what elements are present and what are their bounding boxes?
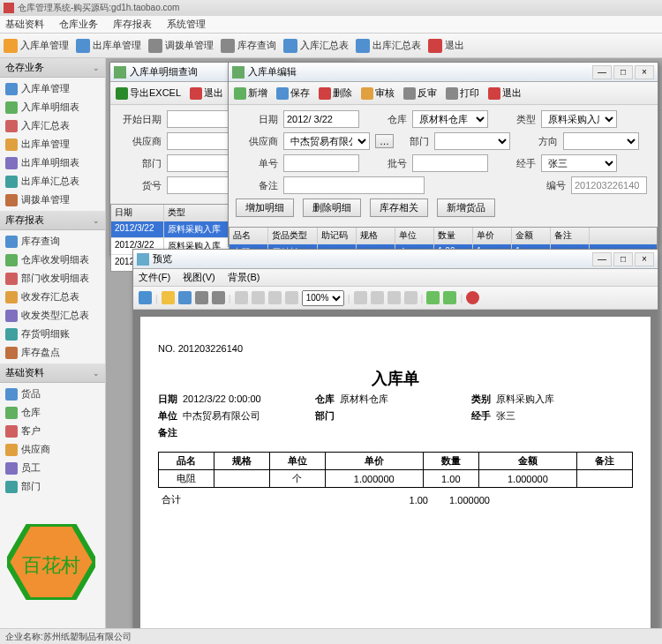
menu-item[interactable]: 系统管理 [167, 19, 206, 29]
maximize-button[interactable]: □ [613, 65, 633, 79]
add-detail-button[interactable]: 增加明细 [236, 198, 294, 217]
sidebar-item[interactable]: 入库汇总表 [0, 116, 105, 135]
toolbar-icon [148, 39, 162, 53]
menu-item[interactable]: 仓库业务 [59, 19, 98, 29]
sidebar-item[interactable]: 供应商 [0, 440, 105, 459]
export-icon[interactable] [426, 291, 440, 304]
toolbar-button[interactable]: 库存查询 [221, 39, 276, 53]
menu-file[interactable]: 文件(F) [139, 271, 170, 284]
sidebar-item[interactable]: 出库单明细表 [0, 154, 105, 172]
sidebar-item[interactable]: 出库单管理 [0, 135, 105, 154]
prev-page-icon[interactable] [371, 291, 384, 304]
window-titlebar[interactable]: 入库单编辑 —□× [229, 63, 658, 82]
print-icon[interactable] [195, 291, 208, 304]
toolbar-icon [76, 39, 90, 53]
menu-item[interactable]: 基础资料 [5, 19, 44, 29]
sidebar-item[interactable]: 库存查询 [0, 232, 105, 251]
sidebar-item[interactable]: 调拨单管理 [0, 191, 105, 209]
menu-view[interactable]: 视图(V) [183, 271, 215, 284]
sidebar-item[interactable]: 客户 [0, 422, 105, 440]
sidebar-item[interactable]: 收发类型汇总表 [0, 306, 105, 325]
toolbar-button[interactable]: 入库汇总表 [283, 39, 349, 53]
sidebar-item[interactable]: 入库单明细表 [0, 98, 105, 116]
sidebar-item[interactable]: 员工 [0, 459, 105, 477]
preview-viewport[interactable]: NO. 201203226140 入库单 日期2012/3/22 0:00:00… [133, 310, 658, 636]
next-page-icon[interactable] [387, 291, 401, 304]
sidebar-item[interactable]: 出库单汇总表 [0, 172, 105, 191]
find-icon[interactable] [235, 291, 248, 304]
export-excel-button[interactable]: 导出EXCEL [116, 86, 181, 100]
supplier-lookup-button[interactable]: … [375, 134, 394, 148]
sidebar-item[interactable]: 仓库收发明细表 [0, 251, 105, 269]
exit-button[interactable]: 退出 [190, 86, 223, 100]
sidebar-item[interactable]: 货品 [0, 385, 105, 403]
toolbar-button[interactable]: 出库单管理 [76, 39, 141, 53]
maximize-button[interactable]: □ [613, 252, 633, 266]
menu-background[interactable]: 背景(B) [228, 271, 260, 284]
print-setup-icon[interactable] [212, 291, 225, 304]
remove-detail-button[interactable]: 删除明细 [303, 198, 361, 217]
supplier-input[interactable] [167, 132, 237, 150]
toolbar-button[interactable]: 入库单管理 [4, 39, 69, 53]
dept-select[interactable] [434, 132, 510, 150]
toolbar-icon [4, 39, 18, 53]
nav-icon [5, 347, 18, 359]
batch-input[interactable] [412, 154, 488, 172]
sidebar-item[interactable]: 部门收发明细表 [0, 269, 105, 288]
tb-icon [361, 87, 373, 100]
sidebar-item[interactable]: 库存盘点 [0, 343, 105, 362]
last-page-icon[interactable] [404, 291, 418, 304]
zoom-select[interactable]: 100% [302, 290, 344, 306]
report-page: NO. 201203226140 入库单 日期2012/3/22 0:00:00… [140, 317, 651, 636]
close-icon[interactable] [466, 291, 479, 304]
sidebar-item[interactable]: 收发存汇总表 [0, 288, 105, 306]
panel-header[interactable]: 库存报表⌄ [0, 211, 105, 230]
toolbar-button[interactable]: 出库汇总表 [356, 39, 421, 53]
warehouse-select[interactable]: 原材料仓库 [412, 110, 488, 128]
sidebar-item[interactable]: 入库单管理 [0, 79, 105, 98]
remark-input[interactable] [283, 176, 425, 194]
toolbar-button[interactable]: 退出 [428, 39, 464, 53]
panel-header[interactable]: 基础资料⌄ [0, 363, 105, 383]
edit-tb-button[interactable]: 审核 [361, 86, 395, 100]
dept-input[interactable] [167, 154, 237, 172]
close-button[interactable]: × [635, 252, 654, 266]
email-icon[interactable] [443, 291, 456, 304]
edit-tb-button[interactable]: 保存 [276, 86, 310, 100]
handler-select[interactable]: 张三 [541, 154, 617, 172]
save-icon[interactable] [178, 291, 192, 304]
zoom-out-icon[interactable] [268, 291, 282, 304]
menu-item[interactable]: 库存报表 [113, 19, 152, 29]
direction-select[interactable] [563, 132, 639, 150]
nav-icon[interactable] [139, 291, 152, 304]
minimize-button[interactable]: — [592, 252, 612, 266]
stock-related-button[interactable]: 库存相关 [370, 198, 428, 217]
start-date-input[interactable] [167, 110, 237, 128]
panel-header[interactable]: 仓存业务⌄ [0, 58, 105, 78]
type-select[interactable]: 原料采购入库 [541, 110, 617, 128]
edit-tb-button[interactable]: 退出 [488, 86, 522, 100]
new-product-button[interactable]: 新增货品 [437, 198, 495, 217]
window-titlebar[interactable]: 预览 —□× [133, 250, 658, 269]
edit-tb-button[interactable]: 打印 [446, 86, 479, 100]
edit-tb-button[interactable]: 反审 [403, 86, 437, 100]
minimize-button[interactable]: — [592, 65, 612, 79]
toolbar-button[interactable]: 调拨单管理 [148, 39, 214, 53]
close-button[interactable]: × [635, 65, 654, 79]
chevron-icon: ⌄ [93, 216, 100, 225]
open-icon[interactable] [162, 291, 175, 304]
docno-input[interactable] [283, 154, 359, 172]
sku-input[interactable] [167, 176, 237, 194]
zoom-in-icon[interactable] [252, 291, 265, 304]
first-page-icon[interactable] [354, 291, 367, 304]
edit-window: 入库单编辑 —□× 新增保存删除审核反审打印退出 日期 仓库原材料仓库 类型原料… [228, 62, 658, 247]
sidebar-item[interactable]: 部门 [0, 477, 105, 496]
sidebar-item[interactable]: 仓库 [0, 403, 105, 422]
supplier-select[interactable]: 中杰贸易有限公司 [283, 132, 370, 150]
toolbar-icon [283, 39, 297, 53]
sidebar-item[interactable]: 存货明细账 [0, 325, 105, 343]
fit-icon[interactable] [285, 291, 298, 304]
edit-tb-button[interactable]: 新增 [234, 86, 267, 100]
edit-tb-button[interactable]: 删除 [319, 86, 352, 100]
date-input[interactable] [283, 110, 359, 128]
